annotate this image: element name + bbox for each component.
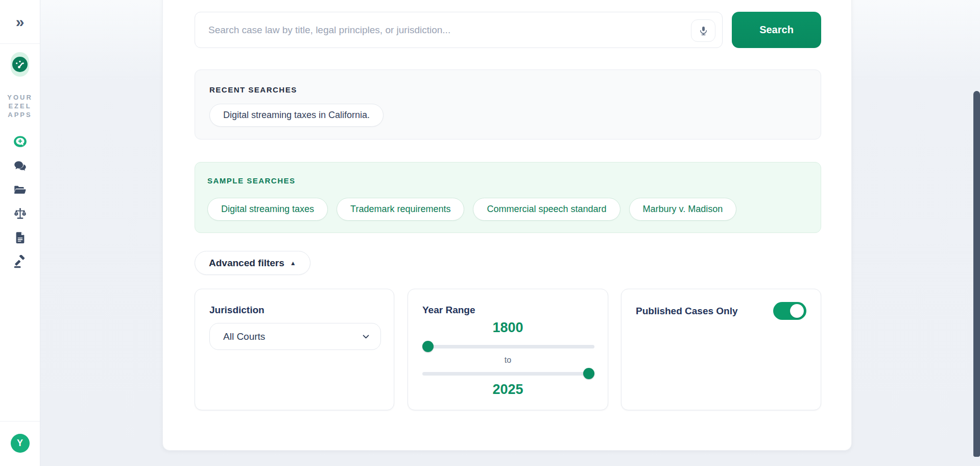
recent-searches-section: RECENT SEARCHES Digital streaming taxes …: [195, 69, 821, 139]
folder-icon: [13, 183, 27, 197]
advanced-filters-button[interactable]: Advanced filters ▲: [195, 251, 310, 275]
sidebar-app-icons: [12, 134, 28, 269]
advanced-filters-label: Advanced filters: [209, 258, 284, 269]
year-min-slider[interactable]: [422, 341, 594, 352]
vertical-scrollbar-thumb[interactable]: [973, 91, 980, 457]
recent-search-chip[interactable]: Digital streaming taxes in California.: [209, 104, 384, 127]
sidebar-item-files[interactable]: [12, 182, 28, 197]
search-page-card: Search RECENT SEARCHES Digital streaming…: [162, 0, 852, 451]
sidebar-header: »: [0, 0, 40, 44]
active-app-highlight[interactable]: [11, 52, 29, 77]
sample-search-chip[interactable]: Commercial speech standard: [473, 198, 620, 221]
sample-searches-list: Digital streaming taxesTrademark require…: [207, 198, 808, 221]
jurisdiction-card: Jurisdiction All Courts: [195, 289, 394, 410]
voice-search-button[interactable]: [691, 19, 715, 42]
sample-search-chip[interactable]: Marbury v. Madison: [629, 198, 737, 221]
microphone-icon: [698, 26, 709, 36]
sidebar-footer: Y: [0, 421, 40, 466]
sidebar-item-case-law[interactable]: [12, 206, 28, 221]
sidebar: » YOUR EZEL APPS: [0, 0, 40, 466]
recent-searches-heading: RECENT SEARCHES: [209, 85, 806, 94]
sidebar-item-documents[interactable]: [12, 230, 28, 245]
chat-plus-icon: [13, 135, 27, 149]
gauge-icon: [12, 57, 28, 72]
sidebar-item-conversations[interactable]: [12, 158, 28, 173]
toggle-knob: [790, 304, 804, 318]
expand-sidebar-button[interactable]: »: [16, 14, 25, 30]
year-range-label: Year Range: [422, 305, 475, 316]
chats-icon: [13, 159, 27, 173]
your-ezel-apps-label: YOUR EZEL APPS: [7, 93, 33, 119]
sample-search-chip[interactable]: Trademark requirements: [337, 198, 464, 221]
recent-searches-list: Digital streaming taxes in California.: [209, 104, 806, 127]
chevron-down-icon: [362, 332, 370, 341]
year-max-slider-thumb[interactable]: [583, 368, 594, 379]
published-cases-card: Published Cases Only: [621, 289, 821, 410]
year-range-card: Year Range 1800 to 2025: [408, 289, 608, 410]
year-from-value: 1800: [408, 320, 608, 336]
jurisdiction-selected-value: All Courts: [223, 331, 265, 342]
search-button[interactable]: Search: [732, 12, 821, 48]
published-cases-label: Published Cases Only: [636, 306, 738, 317]
gavel-icon: [13, 255, 27, 269]
year-min-slider-thumb[interactable]: [422, 341, 434, 352]
year-to-value: 2025: [408, 382, 608, 398]
sample-search-chip[interactable]: Digital streaming taxes: [207, 198, 328, 221]
document-icon: [13, 231, 27, 245]
sample-searches-section: SAMPLE SEARCHES Digital streaming taxesT…: [195, 162, 821, 233]
published-cases-toggle[interactable]: [773, 302, 806, 320]
sample-searches-heading: SAMPLE SEARCHES: [207, 176, 808, 185]
year-range-separator: to: [408, 356, 608, 365]
user-avatar[interactable]: Y: [11, 434, 30, 453]
search-input[interactable]: [195, 12, 723, 48]
triangle-up-icon: ▲: [290, 260, 296, 267]
year-max-slider-track[interactable]: [422, 372, 594, 376]
year-min-slider-track[interactable]: [422, 345, 594, 348]
scales-icon: [13, 207, 27, 221]
jurisdiction-select[interactable]: All Courts: [209, 323, 381, 350]
jurisdiction-label: Jurisdiction: [209, 305, 265, 316]
sidebar-item-new-chat[interactable]: [12, 134, 28, 149]
year-max-slider[interactable]: [422, 368, 594, 379]
sidebar-item-rulings[interactable]: [12, 254, 28, 269]
